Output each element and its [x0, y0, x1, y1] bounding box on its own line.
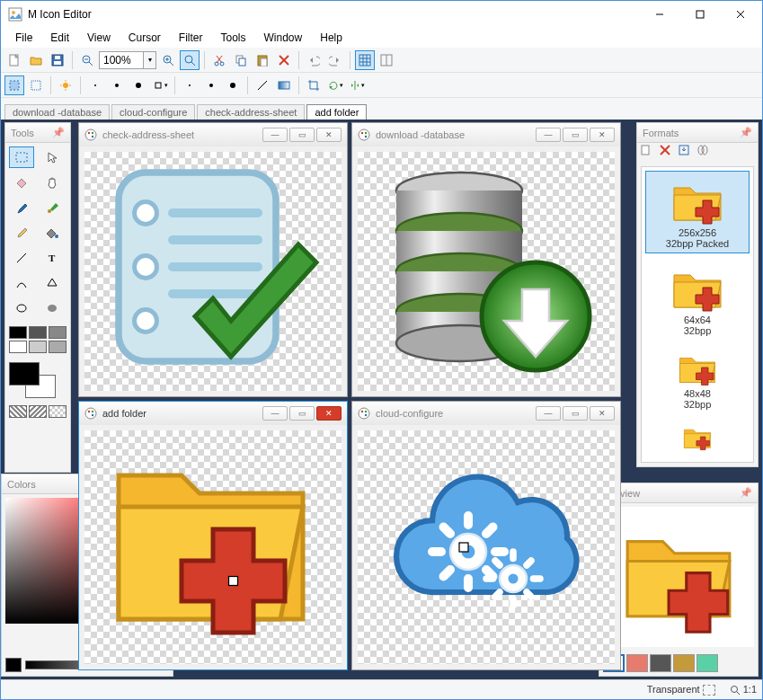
- curve-tool[interactable]: [9, 272, 34, 294]
- swatch[interactable]: [49, 326, 67, 339]
- mdi-min-icon[interactable]: —: [262, 406, 288, 421]
- split-icon[interactable]: [377, 50, 396, 70]
- menu-view[interactable]: View: [78, 30, 120, 46]
- format-item[interactable]: 64x64 32bpp: [645, 259, 750, 340]
- select-tool[interactable]: [9, 146, 34, 168]
- mdi-cloud-configure[interactable]: cloud-configure —▭✕: [351, 401, 621, 670]
- add-format-icon[interactable]: [641, 145, 657, 161]
- menu-filter[interactable]: Filter: [170, 30, 212, 46]
- status-zoom[interactable]: 1:1: [730, 684, 757, 696]
- mdi-titlebar[interactable]: download -database —▭✕: [352, 123, 620, 146]
- pattern-swatch[interactable]: [9, 405, 27, 418]
- pin-icon[interactable]: 📌: [52, 127, 65, 138]
- preview-swatch[interactable]: [650, 654, 671, 672]
- mdi-download-database[interactable]: download -database —▭✕: [351, 122, 621, 397]
- fg-color[interactable]: [9, 362, 40, 385]
- flip-icon[interactable]: ▾: [347, 75, 367, 95]
- pattern-swatch[interactable]: [49, 405, 67, 418]
- wand-icon[interactable]: [56, 75, 75, 95]
- close-button[interactable]: [720, 1, 760, 28]
- brush-size-3-icon[interactable]: [129, 75, 148, 95]
- brush-tool[interactable]: [40, 197, 65, 218]
- mdi-close-icon[interactable]: ✕: [590, 128, 615, 142]
- zoom-out-icon[interactable]: [77, 50, 97, 70]
- format-item[interactable]: 256x256 32bpp Packed: [645, 171, 750, 253]
- tab-download-database[interactable]: download -database: [4, 104, 110, 120]
- line-tool[interactable]: [9, 247, 34, 269]
- menu-help[interactable]: Help: [311, 30, 351, 46]
- redo-icon[interactable]: [325, 50, 345, 70]
- line-style-icon[interactable]: [253, 75, 272, 95]
- mdi-titlebar[interactable]: add folder —▭✕: [79, 402, 347, 425]
- shape-tool[interactable]: [40, 272, 65, 294]
- swatch[interactable]: [49, 341, 67, 353]
- pattern-swatch[interactable]: [29, 405, 47, 418]
- grid-icon[interactable]: [355, 50, 375, 70]
- format-item[interactable]: 48x48 32bpp: [645, 345, 750, 413]
- brush-size-1-icon[interactable]: [85, 75, 105, 95]
- fg-bg-colors[interactable]: [9, 362, 56, 398]
- swatch[interactable]: [29, 326, 47, 339]
- text-tool[interactable]: T: [40, 247, 65, 269]
- zoom-input[interactable]: [99, 51, 144, 69]
- new-file-icon[interactable]: [4, 50, 24, 70]
- brush-shape-icon[interactable]: ▾: [150, 75, 170, 95]
- mdi-max-icon[interactable]: ▭: [289, 406, 315, 421]
- mdi-close-icon[interactable]: ✕: [316, 128, 342, 142]
- format-item[interactable]: [645, 419, 750, 456]
- menu-window[interactable]: Window: [255, 30, 312, 46]
- preview-swatch[interactable]: [696, 654, 718, 672]
- eraser-tool[interactable]: [9, 172, 34, 193]
- save-icon[interactable]: [48, 50, 67, 70]
- ellipse-tool[interactable]: [9, 297, 34, 319]
- cut-icon[interactable]: [209, 50, 229, 70]
- mdi-canvas[interactable]: [84, 430, 342, 664]
- tab-cloud-configure[interactable]: cloud-configure: [111, 104, 195, 120]
- undo-icon[interactable]: [304, 50, 324, 70]
- menu-file[interactable]: File: [6, 30, 41, 46]
- zoom-fit-icon[interactable]: [180, 50, 200, 70]
- swatch[interactable]: [29, 341, 47, 353]
- formats-list[interactable]: 256x256 32bpp Packed 64x64 32bpp 48x48 3…: [641, 166, 754, 463]
- line-w3-icon[interactable]: [223, 75, 243, 95]
- tab-add-folder[interactable]: add folder: [306, 104, 367, 120]
- brush-size-2-icon[interactable]: [107, 75, 127, 95]
- eyedropper-tool[interactable]: [9, 197, 34, 218]
- zoom-combo[interactable]: ▾: [99, 51, 156, 69]
- swatch[interactable]: [9, 326, 27, 339]
- mdi-canvas[interactable]: [358, 152, 615, 391]
- preview-swatch[interactable]: [626, 654, 648, 672]
- mdi-check-address-sheet[interactable]: check-address-sheet —▭✕: [78, 122, 348, 397]
- delete-icon[interactable]: [274, 50, 294, 70]
- export-format-icon[interactable]: [697, 145, 714, 161]
- mdi-close-icon[interactable]: ✕: [590, 406, 615, 421]
- mdi-min-icon[interactable]: —: [262, 128, 288, 142]
- mdi-max-icon[interactable]: ▭: [563, 128, 588, 142]
- mdi-titlebar[interactable]: cloud-configure —▭✕: [352, 402, 620, 425]
- open-file-icon[interactable]: [26, 50, 46, 70]
- mdi-max-icon[interactable]: ▭: [563, 406, 588, 421]
- mdi-close-icon[interactable]: ✕: [316, 406, 342, 421]
- paste-icon[interactable]: [253, 50, 272, 70]
- menu-edit[interactable]: Edit: [41, 30, 78, 46]
- current-color[interactable]: [5, 658, 22, 672]
- mdi-add-folder[interactable]: add folder —▭✕: [78, 401, 348, 670]
- mdi-canvas[interactable]: [358, 430, 615, 664]
- delete-format-icon[interactable]: [660, 145, 676, 161]
- mdi-max-icon[interactable]: ▭: [289, 128, 315, 142]
- hand-tool[interactable]: [40, 172, 65, 193]
- select-rect-icon[interactable]: [4, 75, 24, 95]
- minimize-button[interactable]: [639, 1, 679, 28]
- zoom-dropdown[interactable]: ▾: [144, 51, 156, 69]
- pin-icon[interactable]: 📌: [740, 487, 752, 499]
- zoom-in-icon[interactable]: [158, 50, 178, 70]
- ellipse-fill-tool[interactable]: [40, 297, 65, 319]
- rotate-icon[interactable]: ▾: [325, 75, 345, 95]
- line-w2-icon[interactable]: [201, 75, 221, 95]
- pointer-tool[interactable]: [40, 146, 65, 168]
- swatch[interactable]: [9, 341, 27, 353]
- pin-icon[interactable]: 📌: [740, 127, 752, 138]
- preview-swatch[interactable]: [673, 654, 695, 672]
- pencil-tool[interactable]: [9, 222, 34, 244]
- tab-check-address-sheet[interactable]: check-address-sheet: [197, 104, 305, 120]
